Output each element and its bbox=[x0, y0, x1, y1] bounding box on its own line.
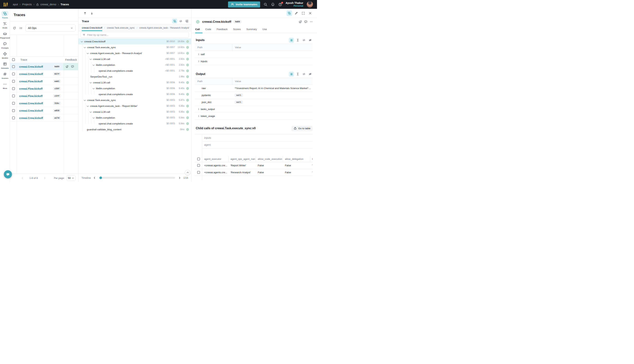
hide-values-button[interactable] bbox=[308, 72, 312, 76]
fullscreen-button[interactable] bbox=[300, 10, 306, 16]
row-checkbox[interactable] bbox=[12, 72, 15, 75]
table-row[interactable]: crewai.Crew.kickoff9d89 bbox=[10, 63, 78, 70]
tree-row[interactable]: openai.chat.completions.create$0.00035.8… bbox=[78, 120, 191, 126]
tree-row[interactable]: SerperDevTool._run1.66s✓ bbox=[78, 74, 191, 80]
avatar[interactable] bbox=[307, 1, 313, 8]
tree-row[interactable]: openai.chat.completions.create<$0.00012.… bbox=[78, 68, 191, 74]
more-options-icon[interactable] bbox=[310, 20, 313, 24]
row-checkbox[interactable] bbox=[12, 109, 15, 112]
sidebar-item-scorers[interactable]: Scorers bbox=[2, 72, 9, 79]
trace-link[interactable]: crewai.Flow.kickoff bbox=[19, 94, 43, 98]
tree-row[interactable]: litellm.completion$0.00069.40s✓ bbox=[78, 86, 191, 91]
chevron-right-icon[interactable] bbox=[197, 60, 199, 62]
expand-chevron[interactable] bbox=[84, 99, 86, 101]
tree-view-toggle[interactable] bbox=[172, 19, 177, 24]
table-row[interactable]: crewai.Crew.kickoffe058 bbox=[10, 107, 78, 114]
user-menu[interactable]: Ayush Thakur Personal bbox=[286, 2, 303, 7]
add-reaction-icon[interactable] bbox=[299, 20, 302, 24]
raw-value[interactable]: **Investment Report: AI in Chemical and … bbox=[232, 87, 312, 90]
show-tree-toggle[interactable] bbox=[286, 10, 292, 16]
tree-row[interactable]: litellm.completion<$0.00012.82s✓ bbox=[78, 62, 191, 68]
path-tab[interactable]: crewai.Crew.kickoff bbox=[82, 24, 102, 31]
table-row[interactable]: <crewai.agents.cre... 'Report Writer' Fa… bbox=[195, 162, 312, 169]
trace-link[interactable]: crewai.Crew.kickoff bbox=[19, 116, 43, 120]
comment-icon[interactable] bbox=[304, 20, 307, 24]
table-row[interactable]: crewai.Crew.kickoffa17d bbox=[10, 114, 78, 122]
sidebar-item-evals[interactable]: Evals bbox=[2, 21, 9, 29]
comment-icon[interactable] bbox=[71, 65, 74, 68]
input-row-inputs[interactable]: inputs bbox=[195, 58, 312, 65]
table-row[interactable]: crewai.Crew.kickoff316c bbox=[10, 100, 78, 107]
tab-summary[interactable]: Summary bbox=[244, 26, 260, 33]
tree-row[interactable]: crewai.Task.execute_sync$0.00035.87s✓ bbox=[78, 97, 191, 103]
timeline-prev-button[interactable] bbox=[93, 176, 96, 179]
timeline-slider-handle[interactable] bbox=[99, 176, 102, 179]
row-checkbox[interactable] bbox=[197, 171, 200, 174]
tree-row[interactable]: crewai.LLM.call$0.00035.85s✓ bbox=[78, 109, 191, 115]
row-checkbox[interactable] bbox=[12, 80, 15, 83]
list-view-toggle[interactable] bbox=[289, 72, 294, 76]
tab-use[interactable]: Use bbox=[260, 26, 269, 33]
expand-chevron[interactable] bbox=[90, 58, 92, 60]
tree-row[interactable]: crewai.LLM.call<$0.00012.82s✓ bbox=[78, 56, 191, 62]
list-view-toggle[interactable] bbox=[289, 38, 294, 43]
select-all-checkbox[interactable] bbox=[12, 58, 15, 61]
code-view-button[interactable] bbox=[301, 72, 306, 76]
expand-chevron[interactable] bbox=[81, 40, 83, 42]
hide-values-button[interactable] bbox=[308, 38, 312, 43]
go-to-table-button[interactable]: Go to table bbox=[291, 126, 312, 131]
expand-all-button[interactable] bbox=[295, 38, 300, 43]
sidebar-item-datasets[interactable]: Datasets bbox=[1, 62, 9, 69]
prev-page-button[interactable] bbox=[21, 177, 24, 180]
sidebar-item-more[interactable]: More bbox=[2, 82, 9, 89]
expand-chevron[interactable] bbox=[90, 81, 92, 83]
output-row-token-usage[interactable]: token_usage bbox=[195, 113, 312, 120]
trace-link[interactable]: crewai.Flow.kickoff bbox=[19, 87, 43, 90]
expand-chevron[interactable] bbox=[93, 64, 95, 66]
row-checkbox[interactable] bbox=[12, 65, 15, 68]
chevron-right-icon[interactable] bbox=[197, 115, 199, 117]
next-call-button[interactable] bbox=[90, 12, 93, 15]
prev-call-button[interactable] bbox=[84, 12, 87, 15]
tab-call[interactable]: Call bbox=[195, 26, 202, 33]
row-checkbox[interactable] bbox=[12, 116, 15, 119]
wandb-logo[interactable] bbox=[3, 2, 9, 7]
notifications-bell-icon[interactable] bbox=[271, 2, 275, 6]
expand-chevron[interactable] bbox=[87, 52, 89, 54]
expand-chevron[interactable] bbox=[84, 46, 86, 48]
next-page-button[interactable] bbox=[43, 177, 46, 180]
tree-row[interactable]: crewai.LLM.call$0.00069.40s✓ bbox=[78, 80, 191, 86]
sidebar-item-traces[interactable]: Traces bbox=[2, 11, 9, 19]
tab-feedback[interactable]: Feedback bbox=[214, 26, 230, 33]
select-all-checkbox[interactable] bbox=[197, 158, 200, 160]
tab-code[interactable]: Code bbox=[202, 26, 214, 33]
tree-row[interactable]: litellm.completion$0.00035.84s✓ bbox=[78, 115, 191, 120]
row-checkbox[interactable] bbox=[12, 87, 15, 90]
search-icon[interactable] bbox=[264, 2, 267, 6]
column-settings-button[interactable] bbox=[19, 26, 23, 30]
table-row[interactable]: crewai.Flow.kickoffc5ff bbox=[10, 92, 78, 100]
code-view-toggle[interactable] bbox=[178, 19, 183, 24]
trace-link[interactable]: crewai.Crew.kickoff bbox=[19, 72, 43, 76]
tree-row[interactable]: openai.chat.completions.create$0.00069.4… bbox=[78, 91, 191, 97]
output-row-tasks-output[interactable]: tasks_output bbox=[195, 106, 312, 113]
table-row[interactable]: crewai.Crew.kickoff657f bbox=[10, 70, 78, 78]
chevron-right-icon[interactable] bbox=[197, 54, 199, 55]
per-page-select[interactable]: 50 bbox=[66, 175, 76, 181]
row-checkbox[interactable] bbox=[197, 164, 200, 167]
table-row[interactable]: crewai.Flow.kickoffeab1 bbox=[10, 78, 78, 85]
expand-chevron[interactable] bbox=[93, 116, 95, 118]
sidebar-item-playground[interactable]: Playground bbox=[0, 31, 10, 39]
add-reaction-icon[interactable] bbox=[66, 65, 69, 68]
breadcrumb-project[interactable]: crewai_demo bbox=[36, 3, 56, 6]
invite-teammates-button[interactable]: Invite teammates bbox=[228, 2, 260, 8]
tree-row[interactable]: crewai.Crew.kickoff$0.001019.83s✓ bbox=[78, 38, 191, 44]
tab-scores[interactable]: Scores bbox=[230, 26, 244, 33]
tree-row[interactable]: crewai.Agent.execute_task - 'Research An… bbox=[78, 50, 191, 56]
trace-link[interactable]: crewai.Crew.kickoff bbox=[19, 102, 43, 105]
path-tab[interactable]: crewai.Agent.execute_task - 'Research An… bbox=[139, 24, 189, 31]
expand-chevron[interactable] bbox=[90, 110, 92, 112]
expand-chevron[interactable] bbox=[87, 105, 89, 107]
chevron-right-icon[interactable] bbox=[197, 108, 199, 110]
breadcrumb-projects[interactable]: Projects bbox=[22, 3, 32, 6]
